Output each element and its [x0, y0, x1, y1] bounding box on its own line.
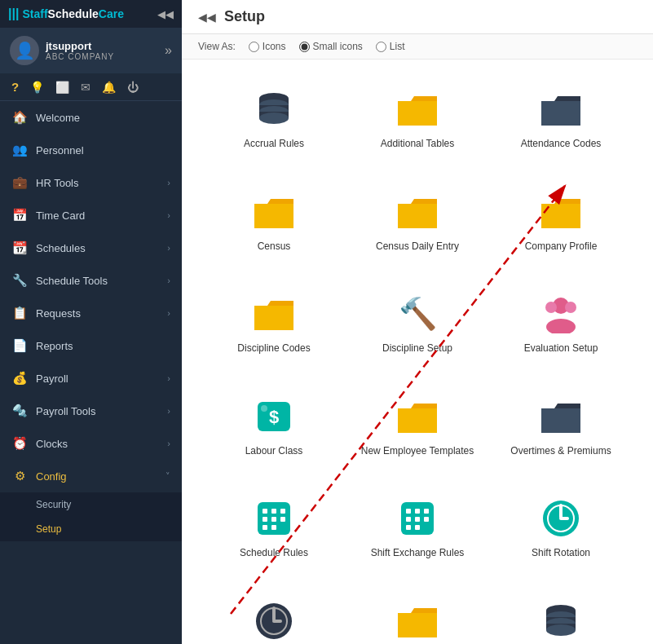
grid-item-evaluation-setup[interactable]: Evaluation Setup: [493, 280, 629, 367]
bulb-icon[interactable]: 💡: [30, 81, 44, 94]
power-icon[interactable]: ⏻: [127, 81, 139, 94]
payroll-icon: 💰: [11, 371, 28, 386]
svg-point-6: [259, 112, 289, 124]
view-small-icons-option[interactable]: Small icons: [299, 41, 363, 52]
chevron-right-icon: ›: [167, 439, 170, 448]
schedule-rules-label: Schedule Rules: [240, 547, 308, 560]
grid-item-task-scheduler[interactable]: Task Scheduler: [350, 588, 485, 644]
census-daily-entry-label: Census Daily Entry: [376, 240, 459, 254]
grid-item-discipline-setup[interactable]: 🔨 Discipline Setup: [350, 280, 485, 367]
grid-item-new-employee-templates[interactable]: New Employee Templates: [350, 383, 485, 470]
shift-rotation-label: Shift Rotation: [532, 547, 590, 560]
svg-rect-17: [280, 509, 285, 514]
company-profile-icon: [539, 190, 583, 234]
view-list-option[interactable]: List: [376, 41, 405, 52]
sidebar-item-payroll-tools[interactable]: 🔩 Payroll Tools ›: [0, 395, 182, 427]
view-icons-option[interactable]: Icons: [249, 41, 286, 52]
grid-item-overtimes-premiums[interactable]: Overtimes & Premiums: [493, 383, 629, 470]
sidebar-item-personnel[interactable]: 👥 Personnel: [0, 134, 182, 166]
grid-item-system-rules[interactable]: System Rules: [206, 588, 342, 644]
view-bar: View As: Icons Small icons List: [182, 34, 653, 60]
grid-item-discipline-codes[interactable]: Discipline Codes: [206, 280, 342, 367]
svg-point-10: [565, 302, 576, 313]
sidebar-item-requests[interactable]: 📋 Requests ›: [0, 297, 182, 329]
accrual-rules-label: Accrual Rules: [244, 138, 304, 151]
grid-item-census[interactable]: Census: [206, 179, 342, 265]
bell-icon[interactable]: 🔔: [102, 81, 116, 94]
svg-rect-29: [424, 517, 429, 522]
svg-rect-18: [263, 517, 267, 522]
grid-item-company-profile[interactable]: Company Profile: [493, 179, 629, 265]
sidebar-item-label: Schedules: [36, 242, 86, 254]
census-icon: [252, 190, 296, 234]
grid-item-labour-class[interactable]: $ Labour Class: [206, 383, 342, 470]
mail-icon[interactable]: ✉: [81, 81, 90, 94]
nav-items: 🏠 Welcome 👥 Personnel 💼 HR Tools › 📅 Tim…: [0, 101, 182, 644]
view-small-icons-radio[interactable]: [299, 42, 310, 52]
overtimes-premiums-icon: [539, 395, 583, 439]
additional-tables-icon: [395, 87, 439, 131]
attendance-codes-icon: [539, 87, 583, 131]
svg-rect-24: [406, 509, 411, 514]
grid-item-shift-rotation[interactable]: Shift Rotation: [493, 485, 629, 571]
grid-item-census-daily-entry[interactable]: Census Daily Entry: [350, 179, 485, 265]
sidebar-item-label: Payroll: [36, 373, 68, 385]
svg-rect-30: [406, 525, 411, 530]
view-as-label: View As:: [198, 41, 236, 52]
sidebar-collapse-icon[interactable]: ◀◀: [157, 8, 174, 20]
sidebar-item-reports[interactable]: 📄 Reports: [0, 329, 182, 362]
sidebar-item-payroll[interactable]: 💰 Payroll ›: [0, 362, 182, 395]
new-employee-templates-icon: [395, 395, 439, 439]
view-icons-radio[interactable]: [249, 42, 259, 52]
hr-tools-icon: 💼: [11, 175, 28, 190]
grid-item-additional-tables[interactable]: Additional Tables: [350, 76, 485, 162]
company-profile-label: Company Profile: [525, 240, 598, 254]
sidebar-item-config[interactable]: ⚙ Config ˅: [0, 460, 182, 492]
view-list-radio[interactable]: [376, 42, 386, 52]
sidebar-item-clocks[interactable]: ⏰ Clocks ›: [0, 427, 182, 460]
config-subitems: Security Setup: [0, 492, 182, 541]
sidebar-item-schedule-tools[interactable]: 🔧 Schedule Tools ›: [0, 264, 182, 297]
svg-rect-38: [272, 607, 276, 621]
system-rules-icon: [252, 599, 296, 643]
svg-rect-20: [280, 517, 285, 522]
labour-class-label: Labour Class: [245, 445, 303, 458]
discipline-setup-label: Discipline Setup: [382, 342, 452, 355]
back-arrows-icon[interactable]: ◀◀: [198, 11, 216, 24]
user-section-collapse-icon[interactable]: »: [165, 43, 172, 58]
grid-item-time-banks[interactable]: Time Banks: [493, 588, 629, 644]
sidebar-item-schedules[interactable]: 📆 Schedules ›: [0, 232, 182, 264]
discipline-setup-icon: 🔨: [395, 292, 439, 336]
sidebar-item-hr-tools[interactable]: 💼 HR Tools ›: [0, 166, 182, 199]
grid-item-accrual-rules[interactable]: Accrual Rules: [206, 76, 342, 162]
census-label: Census: [258, 240, 291, 254]
square-icon[interactable]: ⬜: [55, 81, 69, 94]
svg-point-13: [261, 405, 267, 412]
schedule-tools-icon: 🔧: [11, 273, 28, 288]
svg-rect-27: [406, 517, 411, 522]
user-company: ABC COMPANY: [46, 52, 114, 61]
subitem-setup[interactable]: Setup: [0, 517, 182, 541]
time-card-icon: 📅: [11, 208, 28, 223]
accrual-rules-icon: [252, 87, 296, 131]
personnel-icon: 👥: [11, 143, 28, 157]
subitem-security[interactable]: Security: [0, 492, 182, 517]
chevron-right-icon: ›: [167, 243, 170, 253]
grid-item-shift-exchange-rules[interactable]: Shift Exchange Rules: [350, 485, 485, 571]
help-icon[interactable]: ?: [11, 80, 19, 94]
sidebar-item-label: Config: [36, 470, 67, 483]
clocks-icon: ⏰: [11, 436, 28, 451]
sidebar: ||| StaffScheduleCare ◀◀ 👤 jtsupport ABC…: [0, 0, 182, 644]
sidebar-item-label: Time Card: [36, 210, 85, 222]
logo-bars-icon: |||: [8, 7, 19, 21]
requests-icon: 📋: [11, 306, 28, 320]
svg-rect-22: [271, 525, 276, 530]
welcome-icon: 🏠: [11, 110, 28, 125]
time-banks-icon: [539, 599, 583, 643]
sidebar-item-welcome[interactable]: 🏠 Welcome: [0, 101, 182, 134]
grid-item-schedule-rules[interactable]: Schedule Rules: [206, 485, 342, 571]
grid-item-attendance-codes[interactable]: Attendance Codes: [493, 76, 629, 162]
chevron-right-icon: ›: [167, 308, 170, 318]
sidebar-item-time-card[interactable]: 📅 Time Card ›: [0, 199, 182, 232]
svg-rect-39: [272, 620, 282, 623]
